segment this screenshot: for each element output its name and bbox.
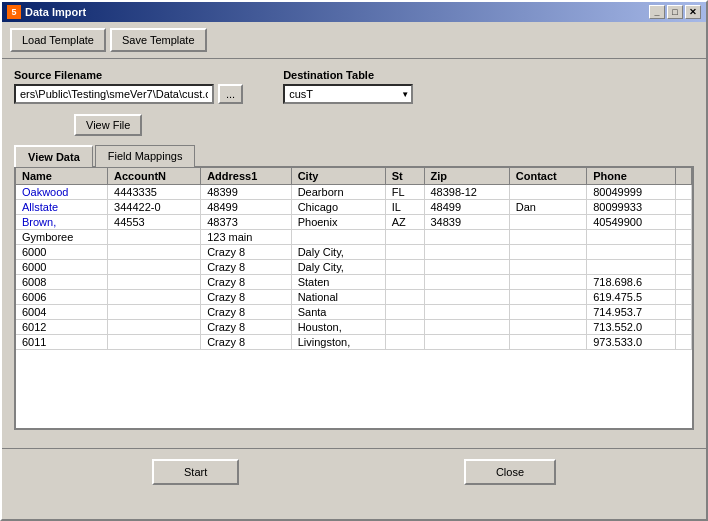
- table-cell: [509, 305, 586, 320]
- table-cell: Chicago: [291, 200, 385, 215]
- table-cell: Crazy 8: [201, 275, 292, 290]
- table-cell: Crazy 8: [201, 305, 292, 320]
- table-cell: Staten: [291, 275, 385, 290]
- table-cell: [291, 230, 385, 245]
- table-cell: 6000: [16, 260, 108, 275]
- title-bar-left: 5 Data Import: [7, 5, 86, 19]
- table-cell: [108, 305, 201, 320]
- table-cell: [424, 275, 509, 290]
- table-cell: Allstate: [16, 200, 108, 215]
- table-cell: [509, 260, 586, 275]
- tab-view-data[interactable]: View Data: [14, 145, 93, 167]
- table-cell: 619.475.5: [587, 290, 676, 305]
- table-cell: AZ: [385, 215, 424, 230]
- start-button[interactable]: Start: [152, 459, 239, 485]
- toolbar: Load Template Save Template: [2, 22, 706, 59]
- table-cell: 34839: [424, 215, 509, 230]
- col-name: Name: [16, 168, 108, 185]
- table-cell: [385, 260, 424, 275]
- col-city: City: [291, 168, 385, 185]
- load-template-button[interactable]: Load Template: [10, 28, 106, 52]
- save-template-button[interactable]: Save Template: [110, 28, 207, 52]
- tab-bar: View Data Field Mappings: [14, 144, 694, 166]
- table-cell: [385, 230, 424, 245]
- table-row: Oakwood444333548399DearbornFL48398-12800…: [16, 185, 692, 200]
- source-filename-input-row: ...: [14, 84, 243, 104]
- col-st: St: [385, 168, 424, 185]
- maximize-button[interactable]: □: [667, 5, 683, 19]
- table-cell: [509, 230, 586, 245]
- table-cell: [385, 305, 424, 320]
- table-cell: [424, 245, 509, 260]
- table-cell: Oakwood: [16, 185, 108, 200]
- table-cell: [509, 245, 586, 260]
- table-cell: [108, 290, 201, 305]
- table-cell: Houston,: [291, 320, 385, 335]
- table-cell: [108, 275, 201, 290]
- tab-content: Name AccountN Address1 City St Zip Conta…: [14, 166, 694, 430]
- table-cell: [587, 230, 676, 245]
- table-cell: Crazy 8: [201, 245, 292, 260]
- table-cell: 80049999: [587, 185, 676, 200]
- table-cell: Livingston,: [291, 335, 385, 350]
- destination-table-group: Destination Table cusT: [283, 69, 413, 104]
- table-cell: 48499: [201, 200, 292, 215]
- minimize-button[interactable]: _: [649, 5, 665, 19]
- source-filename-label: Source Filename: [14, 69, 243, 81]
- table-cell: Crazy 8: [201, 320, 292, 335]
- table-cell: 6011: [16, 335, 108, 350]
- table-cell: IL: [385, 200, 424, 215]
- table-cell: Crazy 8: [201, 290, 292, 305]
- close-button[interactable]: Close: [464, 459, 556, 485]
- table-cell: [108, 260, 201, 275]
- tabs-container: View Data Field Mappings Name AccountN A…: [14, 144, 694, 430]
- destination-table-label: Destination Table: [283, 69, 413, 81]
- table-cell: 48398-12: [424, 185, 509, 200]
- table-cell: [424, 320, 509, 335]
- table-cell: Brown,: [16, 215, 108, 230]
- col-scrollbar-spacer: [676, 168, 692, 185]
- table-cell: 6008: [16, 275, 108, 290]
- table-cell: [385, 335, 424, 350]
- main-window: 5 Data Import _ □ ✕ Load Template Save T…: [0, 0, 708, 521]
- view-file-button[interactable]: View File: [74, 114, 142, 136]
- table-cell: Crazy 8: [201, 335, 292, 350]
- table-cell: Dan: [509, 200, 586, 215]
- table-cell: [509, 320, 586, 335]
- table-cell: 123 main: [201, 230, 292, 245]
- col-phone: Phone: [587, 168, 676, 185]
- destination-table-select[interactable]: cusT: [283, 84, 413, 104]
- table-cell: [385, 275, 424, 290]
- table-row: 6008Crazy 8Staten718.698.6: [16, 275, 692, 290]
- table-cell: 48499: [424, 200, 509, 215]
- table-cell: FL: [385, 185, 424, 200]
- table-cell: [385, 290, 424, 305]
- browse-button[interactable]: ...: [218, 84, 243, 104]
- table-cell: [424, 290, 509, 305]
- table-cell: 973.533.0: [587, 335, 676, 350]
- table-header-row: Name AccountN Address1 City St Zip Conta…: [16, 168, 692, 185]
- close-button[interactable]: ✕: [685, 5, 701, 19]
- table-row: 6011Crazy 8Livingston,973.533.0: [16, 335, 692, 350]
- table-cell: [587, 260, 676, 275]
- destination-table-wrapper: cusT: [283, 84, 413, 104]
- table-cell: [108, 230, 201, 245]
- table-cell: Phoenix: [291, 215, 385, 230]
- table-row: 6000Crazy 8Daly City,: [16, 245, 692, 260]
- table-cell: National: [291, 290, 385, 305]
- table-cell: [424, 335, 509, 350]
- table-cell: Gymboree: [16, 230, 108, 245]
- col-contact: Contact: [509, 168, 586, 185]
- col-zip: Zip: [424, 168, 509, 185]
- table-cell: 40549900: [587, 215, 676, 230]
- table-cell: [424, 305, 509, 320]
- table-cell: 6000: [16, 245, 108, 260]
- source-filename-input[interactable]: [14, 84, 214, 104]
- table-cell: 80099933: [587, 200, 676, 215]
- table-cell: Santa: [291, 305, 385, 320]
- table-wrapper[interactable]: Name AccountN Address1 City St Zip Conta…: [16, 168, 692, 428]
- table-cell: [424, 230, 509, 245]
- tab-field-mappings[interactable]: Field Mappings: [95, 145, 196, 167]
- table-cell: Crazy 8: [201, 260, 292, 275]
- form-row: Source Filename ... Destination Table cu…: [14, 69, 694, 104]
